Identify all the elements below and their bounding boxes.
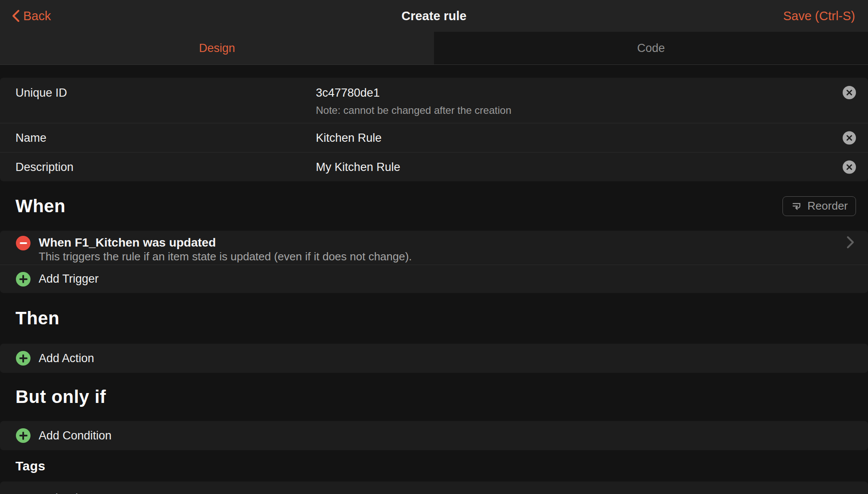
close-icon <box>846 89 853 96</box>
clear-description-button[interactable] <box>843 160 856 174</box>
clear-name-button[interactable] <box>843 131 856 144</box>
tab-code[interactable]: Code <box>434 32 868 64</box>
semantic-class-row[interactable]: Semantic Class None <box>0 482 868 494</box>
tags-card: Semantic Class None <box>0 482 868 494</box>
name-input[interactable]: Kitchen Rule <box>316 131 382 145</box>
plus-icon <box>16 428 31 443</box>
chevron-left-icon <box>11 9 21 22</box>
trigger-description: This triggers the rule if an item state … <box>39 250 838 263</box>
save-button[interactable]: Save (Ctrl-S) <box>783 9 855 23</box>
name-label: Name <box>15 131 316 145</box>
clear-unique-id-button[interactable] <box>843 86 856 99</box>
unique-id-input[interactable]: 3c47780de1 <box>316 85 511 100</box>
actions-card: Add Action <box>0 344 868 373</box>
when-section-header: When Reorder <box>0 181 868 231</box>
chevron-right-icon <box>846 236 855 250</box>
description-label: Description <box>15 160 316 174</box>
plus-icon <box>16 351 31 366</box>
unique-id-row[interactable]: Unique ID 3c47780de1 Note: cannot be cha… <box>0 78 868 123</box>
reorder-icon <box>791 200 802 212</box>
name-row[interactable]: Name Kitchen Rule <box>0 123 868 152</box>
navbar: Back Create rule Save (Ctrl-S) <box>0 0 868 32</box>
semantic-class-label: Semantic Class <box>15 492 96 494</box>
spacer <box>0 65 868 78</box>
trigger-row[interactable]: When F1_Kitchen was updated This trigger… <box>0 231 868 265</box>
unique-id-value-wrap: 3c47780de1 Note: cannot be changed after… <box>316 85 511 117</box>
tab-bar: Design Code <box>0 32 868 65</box>
close-icon <box>846 164 853 170</box>
add-trigger-label: Add Trigger <box>39 272 99 286</box>
reorder-label: Reorder <box>807 199 848 213</box>
add-action-button[interactable]: Add Action <box>0 344 868 373</box>
reorder-button[interactable]: Reorder <box>782 196 856 216</box>
when-title: When <box>15 196 65 217</box>
trigger-title: When F1_Kitchen was updated <box>39 235 838 250</box>
description-input[interactable]: My Kitchen Rule <box>316 160 400 174</box>
page-title: Create rule <box>401 9 467 23</box>
unique-id-note: Note: cannot be changed after the creati… <box>316 104 511 117</box>
plus-icon <box>16 272 31 287</box>
back-label: Back <box>23 9 51 23</box>
unique-id-label: Unique ID <box>15 85 316 117</box>
tags-title: Tags <box>15 459 46 473</box>
then-section-header: Then <box>0 293 868 344</box>
back-button[interactable]: Back <box>11 9 51 23</box>
semantic-class-value: None <box>809 491 837 494</box>
remove-trigger-icon[interactable] <box>16 236 31 250</box>
tags-section-header: Tags <box>0 450 868 482</box>
then-title: Then <box>15 308 59 329</box>
but-only-if-title: But only if <box>15 387 106 407</box>
add-trigger-button[interactable]: Add Trigger <box>0 265 868 293</box>
tab-design[interactable]: Design <box>0 32 434 64</box>
conditions-card: Add Condition <box>0 421 868 450</box>
but-only-if-section-header: But only if <box>0 373 868 421</box>
add-condition-button[interactable]: Add Condition <box>0 421 868 450</box>
rule-metadata-card: Unique ID 3c47780de1 Note: cannot be cha… <box>0 78 868 181</box>
add-action-label: Add Action <box>39 352 94 365</box>
add-condition-label: Add Condition <box>39 429 112 442</box>
description-row[interactable]: Description My Kitchen Rule <box>0 152 868 181</box>
triggers-card: When F1_Kitchen was updated This trigger… <box>0 231 868 293</box>
close-icon <box>846 134 853 141</box>
